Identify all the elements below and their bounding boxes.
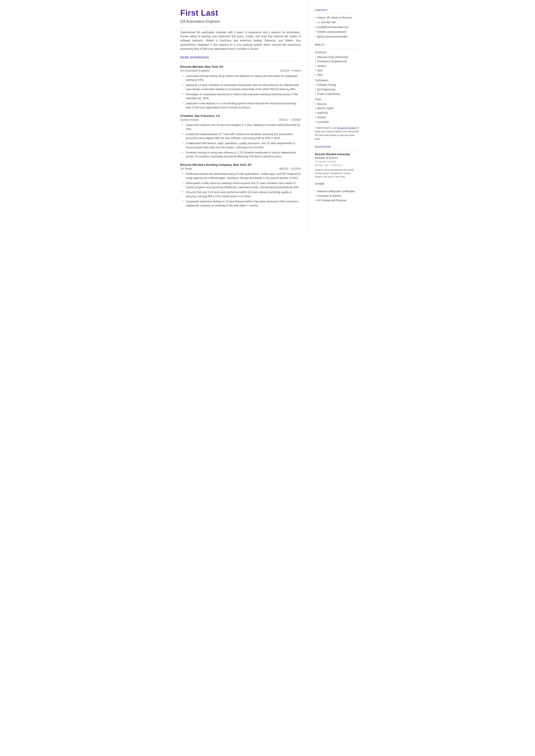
role-1: QA Automation Engineer bbox=[180, 69, 210, 73]
company-name-3: Resume Worded's Exciting Company, New Yo… bbox=[180, 163, 301, 167]
contact-item-2: email@resumeworded.com bbox=[315, 25, 359, 29]
right-column: CONTACT Helena, MT (Open to Remote) +1-2… bbox=[309, 0, 365, 237]
bullet-2-2: Guided the implementation of 7 new ERP s… bbox=[182, 132, 301, 141]
dates-1: 11/2019 – Present bbox=[279, 69, 300, 72]
skill-0-2: Jenkins bbox=[315, 64, 359, 68]
resume-worded-note: • Don't forget to use Resume Worded to s… bbox=[315, 126, 359, 141]
dates-3: 08/2012 – 01/2016 bbox=[279, 167, 300, 171]
job-row-1: QA Automation Engineer 11/2019 – Present bbox=[180, 69, 301, 73]
resume-worded-link[interactable]: Resume Worded bbox=[337, 126, 356, 129]
skill-2-0: TestLink bbox=[315, 102, 359, 106]
role-3: QA Tester bbox=[180, 167, 192, 171]
contact-item-4: github.com/resumeworded bbox=[315, 35, 359, 39]
job-row-2: System Analyst 05/2017 – 10/2019 bbox=[180, 118, 301, 122]
skill-1-0: Software Testing bbox=[315, 83, 359, 87]
skill-0-4: JIRA bbox=[315, 73, 359, 77]
skill-0-3: Java bbox=[315, 69, 359, 72]
edu-block-0: Resume Worded University Bachelor of Sci… bbox=[315, 153, 359, 179]
bullets-2: Supervised research into 23 new technolo… bbox=[180, 123, 301, 159]
skill-2-4: Cucumber bbox=[315, 120, 359, 124]
other-item-1: Cucumber & Gherkin. bbox=[315, 194, 359, 198]
contact-item-3: linkedin.com/in/username bbox=[315, 30, 359, 34]
contact-item-0: Helena, MT (Open to Remote) bbox=[315, 16, 359, 20]
bullet-3-3: Ensured that over 3.1K tests were perfor… bbox=[182, 190, 301, 199]
bullet-2-3: Collaborated with finance, legal, operat… bbox=[182, 141, 301, 150]
skills-category-1: Techniques: bbox=[315, 79, 359, 82]
left-column: First Last QA Automation Engineer Experi… bbox=[171, 0, 309, 237]
skill-0-1: Confluence (Experienced) bbox=[315, 60, 359, 63]
edu-date-0: Boston, MA — 05/2011 bbox=[315, 164, 359, 167]
skill-2-3: TestNG bbox=[315, 116, 359, 119]
job-block-1: Resume Worded, New York, NY QA Automatio… bbox=[180, 65, 301, 109]
other-section-title: OTHER bbox=[315, 182, 359, 185]
skills-category-2: Tools: bbox=[315, 98, 359, 101]
dates-2: 05/2017 – 10/2019 bbox=[279, 118, 300, 122]
candidate-name: First Last bbox=[180, 9, 301, 18]
contact-list: Helena, MT (Open to Remote) +1-234-456-7… bbox=[315, 16, 359, 38]
skill-2-1: ISO/TS 16949 bbox=[315, 107, 359, 110]
contact-section-title: CONTACT bbox=[315, 9, 359, 12]
edu-awards-0: Awards: Resume Worded Teaching Fellow (o… bbox=[315, 168, 359, 179]
company-name-2: Growthsi, San Francisco, CA bbox=[180, 114, 301, 118]
bullet-1-4: Deployed 4 new features in a core bankin… bbox=[182, 101, 301, 110]
skill-0-0: Atlassian Suite (Advanced) bbox=[315, 55, 359, 59]
other-item-0: Selenium WebDriver Certification. bbox=[315, 190, 359, 193]
education-divider bbox=[315, 150, 359, 151]
skill-1-2: Project Engineering bbox=[315, 92, 359, 96]
skills-list-1: Software Testing QA Engineering Project … bbox=[315, 83, 359, 96]
bullets-1: Automated manual testing using Python an… bbox=[180, 74, 301, 110]
bullets-3: Performed manual and automated testing o… bbox=[180, 172, 301, 208]
other-list: Selenium WebDriver Certification. Cucumb… bbox=[315, 190, 359, 202]
resume-worded-note-before: • Don't forget to use bbox=[315, 126, 337, 129]
role-2: System Analyst bbox=[180, 118, 199, 122]
work-experience-divider bbox=[180, 62, 301, 62]
skills-list-2: TestLink ISO/TS 16949 AutoCAD TestNG Cuc… bbox=[315, 102, 359, 124]
contact-item-1: +1-234-456-789 bbox=[315, 21, 359, 24]
edu-degree-0: Bachelor of Science bbox=[315, 156, 359, 160]
company-name-1: Resume Worded, New York, NY bbox=[180, 65, 301, 69]
skills-list-0: Atlassian Suite (Advanced) Confluence (E… bbox=[315, 55, 359, 77]
edu-university-0: Resume Worded University bbox=[315, 153, 359, 156]
summary: Experienced QA automation engineer with … bbox=[180, 30, 301, 51]
job-row-3: QA Tester 08/2012 – 01/2016 bbox=[180, 167, 301, 171]
contact-divider bbox=[315, 14, 359, 14]
job-block-3: Resume Worded's Exciting Company, New Yo… bbox=[180, 163, 301, 208]
skill-1-1: QA Engineering bbox=[315, 88, 359, 91]
bullet-1-2: Mentored 14 team members on automation f… bbox=[182, 83, 301, 91]
bullet-2-4: Provided training on using new software … bbox=[182, 151, 301, 159]
skills-section-title: SKILLS bbox=[315, 43, 359, 46]
job-title: QA Automation Engineer bbox=[180, 19, 301, 27]
other-item-2: API Testing with Postman. bbox=[315, 199, 359, 202]
skill-2-2: AutoCAD bbox=[315, 111, 359, 115]
bullet-3-4: Conducted regression testing on 10 new f… bbox=[182, 200, 301, 208]
bullet-3-1: Performed manual and automated testing o… bbox=[182, 172, 301, 180]
bullet-3-2: Participated in daily stand-up meetings … bbox=[182, 181, 301, 189]
work-experience-title: WORK EXPERIENCE bbox=[180, 56, 301, 60]
bullet-2-1: Supervised research into 23 new technolo… bbox=[182, 123, 301, 131]
skills-category-0: Technical: bbox=[315, 51, 359, 54]
edu-field-0: Computer Science bbox=[315, 160, 359, 164]
education-section-title: EDUCATION bbox=[315, 145, 359, 149]
bullet-1-3: Developed an automation framework in Pyt… bbox=[182, 93, 301, 101]
job-block-2: Growthsi, San Francisco, CA System Analy… bbox=[180, 114, 301, 159]
bullet-1-1: Automated manual testing using Python an… bbox=[182, 74, 301, 82]
